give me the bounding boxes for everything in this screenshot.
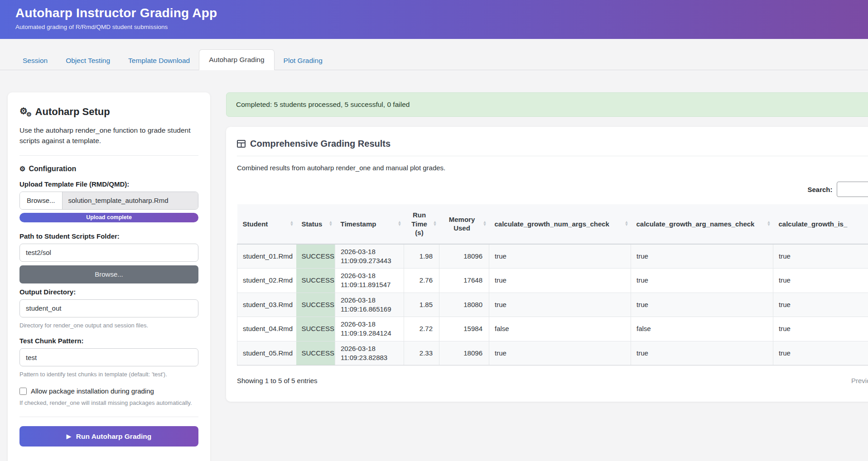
sort-icon: ▲▼ xyxy=(329,221,333,226)
cell-student: student_01.Rmd xyxy=(237,244,296,269)
tab-session[interactable]: Session xyxy=(14,51,57,70)
cell-run-time-s: 2.33 xyxy=(404,341,439,365)
cell-memory-used: 18096 xyxy=(439,244,489,269)
cell-calculate-growth-is: true xyxy=(773,244,868,269)
cell-calculate-growth-is: true xyxy=(773,317,868,341)
column-header-calculate-growth-arg-names-check[interactable]: calculate_growth_arg_names_check▲▼ xyxy=(631,204,773,244)
table-row: student_03.RmdSUCCESS2026-03-18 11:09:16… xyxy=(237,293,868,317)
completion-alert: Completed: 5 students processed, 5 succe… xyxy=(226,92,868,117)
sort-icon: ▲▼ xyxy=(398,221,402,226)
column-header-status[interactable]: Status▲▼ xyxy=(296,204,335,244)
cell-calculate-growth-arg-names-check: true xyxy=(631,244,773,269)
page-title: Autoharp Instructor Grading App xyxy=(15,6,868,20)
cell-run-time-s: 1.98 xyxy=(404,244,439,269)
gears-icon: ⚙⚙ xyxy=(19,106,32,117)
upload-progress-bar: Upload complete xyxy=(19,213,198,222)
chunk-pattern-help: Pattern to identify test chunks in templ… xyxy=(19,370,198,379)
cell-run-time-s: 1.85 xyxy=(404,293,439,317)
sort-icon: ▲▼ xyxy=(433,221,437,226)
pagination: Previous 1 Next xyxy=(851,373,868,388)
column-header-run-time-s[interactable]: Run Time (s)▲▼ xyxy=(404,204,439,244)
search-input[interactable] xyxy=(837,182,868,197)
results-table-container: Student▲▼Status▲▼Timestamp▲▼Run Time (s)… xyxy=(237,204,868,365)
table-row: student_02.RmdSUCCESS2026-03-18 11:09:11… xyxy=(237,269,868,293)
output-directory-help: Directory for render_one output and sess… xyxy=(19,322,198,330)
search-label: Search: xyxy=(807,186,832,193)
allow-packages-label: Allow package installation during gradin… xyxy=(31,387,154,395)
scripts-folder-input[interactable] xyxy=(19,244,198,262)
table-row: student_05.RmdSUCCESS2026-03-18 11:09:23… xyxy=(237,341,868,365)
cell-memory-used: 18096 xyxy=(439,341,489,365)
tab-autoharp-grading[interactable]: Autoharp Grading xyxy=(199,49,274,70)
results-subtitle: Combined results from autoharp render_on… xyxy=(237,164,868,172)
scripts-folder-browse-button[interactable]: Browse... xyxy=(19,265,198,283)
table-row: student_01.RmdSUCCESS2026-03-18 11:09:09… xyxy=(237,244,868,269)
tab-plot-grading[interactable]: Plot Grading xyxy=(275,51,332,70)
column-header-timestamp[interactable]: Timestamp▲▼ xyxy=(335,204,404,244)
sort-icon: ▲▼ xyxy=(625,221,629,226)
tab-template-download[interactable]: Template Download xyxy=(119,51,199,70)
cell-student: student_04.Rmd xyxy=(237,317,296,341)
cell-status: SUCCESS xyxy=(296,341,335,365)
cell-calculate-growth-is: true xyxy=(773,341,868,365)
cell-timestamp: 2026-03-18 11:09:23.82883 xyxy=(335,341,404,365)
column-header-calculate-growth-num-args-check[interactable]: calculate_growth_num_args_check▲▼ xyxy=(489,204,631,244)
sort-icon: ▲▼ xyxy=(483,221,487,226)
cell-student: student_05.Rmd xyxy=(237,341,296,365)
cell-timestamp: 2026-03-18 11:09:16.865169 xyxy=(335,293,404,317)
scripts-folder-label: Path to Student Scripts Folder: xyxy=(19,232,198,240)
page-subtitle: Automated grading of R/Rmd/QMD student s… xyxy=(15,24,868,30)
cell-calculate-growth-num-args-check: true xyxy=(489,269,631,293)
results-heading: Comprehensive Grading Results xyxy=(237,139,868,156)
upload-template-label: Upload Template File (RMD/QMD): xyxy=(19,180,198,188)
template-browse-button[interactable]: Browse... xyxy=(20,192,63,209)
setup-heading-label: Autoharp Setup xyxy=(35,106,110,118)
cell-student: student_02.Rmd xyxy=(237,269,296,293)
cell-memory-used: 15984 xyxy=(439,317,489,341)
configuration-heading-label: Configuration xyxy=(29,165,76,173)
results-heading-label: Comprehensive Grading Results xyxy=(250,139,391,149)
cell-calculate-growth-num-args-check: true xyxy=(489,341,631,365)
showing-entries-text: Showing 1 to 5 of 5 entries xyxy=(237,377,318,384)
setup-heading: ⚙⚙ Autoharp Setup xyxy=(19,106,198,118)
results-table: Student▲▼Status▲▼Timestamp▲▼Run Time (s)… xyxy=(237,204,868,365)
grading-results-card: Comprehensive Grading Results Combined r… xyxy=(226,127,868,402)
previous-page-button[interactable]: Previous xyxy=(851,377,868,384)
run-autoharp-grading-button[interactable]: ▶ Run Autoharp Grading xyxy=(19,426,198,447)
cell-memory-used: 18080 xyxy=(439,293,489,317)
column-header-student[interactable]: Student▲▼ xyxy=(237,204,296,244)
cell-status: SUCCESS xyxy=(296,269,335,293)
cell-status: SUCCESS xyxy=(296,293,335,317)
column-header-calculate-growth-is[interactable]: calculate_growth_is_▲▼ xyxy=(773,204,868,244)
allow-packages-row[interactable]: Allow package installation during gradin… xyxy=(19,387,198,395)
cell-timestamp: 2026-03-18 11:09:19.284124 xyxy=(335,317,404,341)
table-icon xyxy=(237,140,246,148)
table-row: student_04.RmdSUCCESS2026-03-18 11:09:19… xyxy=(237,317,868,341)
cell-timestamp: 2026-03-18 11:09:09.273443 xyxy=(335,244,404,269)
run-button-label: Run Autoharp Grading xyxy=(76,432,151,441)
chunk-pattern-input[interactable] xyxy=(19,348,198,366)
play-icon: ▶ xyxy=(67,433,71,440)
setup-description: Use the autoharp render_one function to … xyxy=(19,125,198,146)
tab-bar: Session Object Testing Template Download… xyxy=(0,49,868,70)
template-filename: solution_template_autoharp.Rmd xyxy=(63,192,198,209)
cell-memory-used: 17648 xyxy=(439,269,489,293)
output-directory-input[interactable] xyxy=(19,299,198,317)
divider xyxy=(19,417,198,417)
cell-student: student_03.Rmd xyxy=(237,293,296,317)
tab-object-testing[interactable]: Object Testing xyxy=(57,51,119,70)
configuration-heading: ⚙ Configuration xyxy=(19,165,198,173)
column-header-memory-used[interactable]: Memory Used▲▼ xyxy=(439,204,489,244)
cell-timestamp: 2026-03-18 11:09:11.891547 xyxy=(335,269,404,293)
divider xyxy=(19,155,198,156)
allow-packages-checkbox[interactable] xyxy=(19,388,27,395)
cell-calculate-growth-is: true xyxy=(773,269,868,293)
template-file-input[interactable]: Browse... solution_template_autoharp.Rmd xyxy=(19,192,198,210)
sort-icon: ▲▼ xyxy=(767,221,771,226)
cell-calculate-growth-arg-names-check: false xyxy=(631,317,773,341)
table-header-row: Student▲▼Status▲▼Timestamp▲▼Run Time (s)… xyxy=(237,204,868,244)
chunk-pattern-label: Test Chunk Pattern: xyxy=(19,337,198,345)
cell-calculate-growth-num-args-check: true xyxy=(489,244,631,269)
upload-progress-label: Upload complete xyxy=(86,214,132,221)
cell-calculate-growth-arg-names-check: true xyxy=(631,341,773,365)
